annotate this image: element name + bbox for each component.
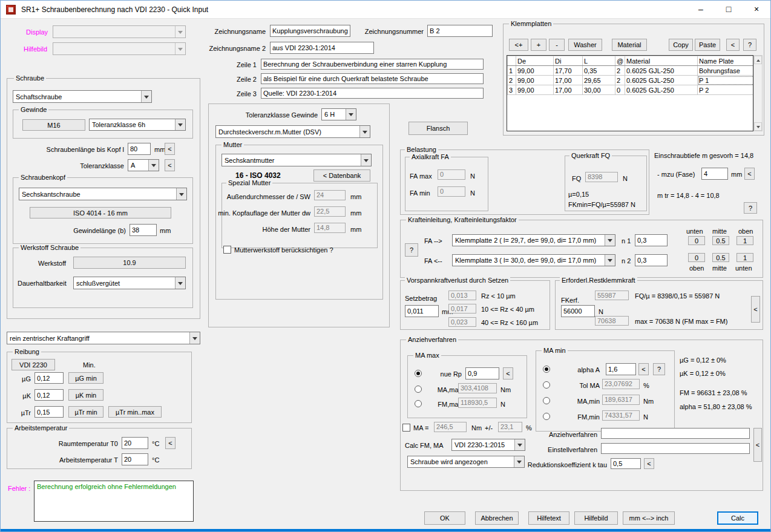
table-cell[interactable]: 0.6025 GJL-250 [625, 76, 698, 85]
mzu-input[interactable] [701, 168, 728, 180]
column-header-l[interactable]: L [583, 56, 615, 66]
table-cell[interactable]: 17,70 [554, 66, 583, 76]
table-cell[interactable]: 99,00 [516, 66, 554, 76]
nue-rp-pick-button[interactable]: < [503, 367, 513, 379]
alpha-a-pick-button[interactable]: < [638, 363, 649, 375]
ma-override-checkbox[interactable] [402, 424, 410, 432]
close-icon[interactable]: × [743, 1, 770, 19]
table-cell[interactable]: P 2 [698, 85, 754, 95]
n2-preset-05-button[interactable]: 0.5 [712, 253, 729, 262]
zeile2-input[interactable] [261, 73, 484, 84]
copy-button[interactable]: Copy [669, 39, 693, 51]
gewinde-size-button[interactable]: M16 [22, 119, 85, 131]
table-cell[interactable]: 99,00 [516, 76, 554, 85]
table-cell[interactable]: 2 [508, 76, 516, 85]
fm-min-radio[interactable] [543, 413, 550, 420]
schraubenkopf-combo[interactable]: Sechskantschraube [19, 188, 187, 200]
material-button[interactable]: Material [612, 39, 647, 51]
einschraubtiefe-help-button[interactable]: ? [744, 202, 757, 214]
table-cell[interactable]: 29,65 [583, 76, 615, 85]
krafteinleitung-help-button[interactable]: ? [405, 243, 418, 257]
table-cell[interactable]: 30,00 [583, 85, 615, 95]
fa-out-combo[interactable]: Klemmplatte 3 ( l= 30,0, de= 99,0, di= 1… [452, 254, 615, 266]
schraubenlaenge-pick-button[interactable]: < [165, 143, 175, 155]
column-header-material[interactable]: Material [625, 56, 698, 66]
einstellverfahren-input[interactable] [601, 443, 750, 454]
table-scrollbar[interactable] [753, 55, 763, 131]
table-cell[interactable]: 0,35 [583, 66, 615, 76]
table-cell[interactable]: 2 [615, 76, 625, 85]
table-cell-selected[interactable]: P 1 [698, 76, 754, 85]
washer-button[interactable]: Washer [568, 39, 602, 51]
column-header[interactable] [508, 56, 516, 66]
plate-back-button[interactable]: < [726, 39, 740, 51]
verschraubungsart-combo[interactable]: Durchsteckverschr.m.Mutter (DSV) [215, 125, 370, 138]
scroll-up-icon[interactable] [754, 56, 762, 64]
table-cell[interactable]: 3 [508, 85, 516, 95]
cancel-button[interactable]: Abbrechen [475, 511, 519, 525]
muk-min-button[interactable]: µK min [68, 389, 103, 401]
calc-button[interactable]: Calc [717, 511, 758, 525]
zeile1-input[interactable] [261, 59, 484, 70]
toleranzklasse-pick-button[interactable]: < [165, 159, 175, 171]
mutr-input[interactable] [34, 406, 64, 418]
hilfebild-button[interactable]: Hilfebild [574, 511, 618, 525]
werkstoff-value-button[interactable]: 10.9 [73, 257, 186, 269]
ok-button[interactable]: OK [424, 511, 465, 525]
minimize-icon[interactable]: – [687, 1, 715, 19]
table-cell[interactable]: 0.6025 GJL-250 [625, 85, 698, 95]
iso-norm-button[interactable]: ISO 4014 - 16 mm [30, 207, 171, 218]
fa-in-combo[interactable]: Klemmplatte 2 ( l= 29,7, de= 99,0, di= 1… [452, 234, 615, 246]
hilfetext-button[interactable]: Hilfetext [528, 511, 569, 525]
schraubenlaenge-input[interactable] [128, 143, 151, 155]
mutr-min-max-button[interactable]: µTr min..max [108, 406, 162, 418]
column-header-di[interactable]: Di [554, 56, 583, 66]
fkerf-input[interactable] [561, 305, 595, 317]
fkerf-pick-button[interactable]: < [751, 296, 760, 323]
mug-input[interactable] [34, 372, 64, 384]
gewinde-toleranz-combo[interactable]: Toleranzklasse 6h [89, 119, 186, 131]
plate-insert-button[interactable]: <+ [509, 39, 528, 51]
table-cell[interactable]: 1 [508, 66, 516, 76]
scroll-down-icon[interactable] [754, 122, 762, 131]
mutr-min-button[interactable]: µTr min [68, 406, 103, 418]
gewindelaenge-input[interactable] [130, 224, 157, 236]
alpha-a-radio[interactable] [543, 366, 550, 373]
raumtemperatur-pick-button[interactable]: < [165, 437, 176, 449]
plate-add-button[interactable]: + [531, 39, 546, 51]
ma-max-radio[interactable] [415, 386, 422, 393]
n1-preset-0-button[interactable]: 0 [688, 236, 705, 245]
mutterwerkstoff-checkbox[interactable] [223, 246, 231, 254]
anziehverfahren-input[interactable] [601, 428, 750, 439]
table-cell[interactable]: 99,00 [516, 85, 554, 95]
maximize-icon[interactable]: □ [715, 1, 743, 19]
dauerhaltbarkeit-combo[interactable]: schlußvergütet [73, 277, 186, 289]
n2-preset-0-button[interactable]: 0 [688, 253, 705, 262]
plate-remove-button[interactable]: - [549, 39, 565, 51]
vdi-2230-button[interactable]: VDI 2230 [11, 359, 55, 370]
n2-input[interactable] [635, 254, 668, 266]
flansch-button[interactable]: Flansch [408, 122, 468, 135]
mzu-pick-button[interactable]: < [744, 168, 755, 180]
table-cell[interactable]: Bohrungsfase [698, 66, 754, 76]
alpha-a-input[interactable] [606, 363, 636, 375]
anzieh-pick-button[interactable]: < [753, 428, 762, 462]
kraftangriff-combo[interactable]: rein zentrischer Kraftangriff [7, 332, 200, 344]
nue-rp-radio[interactable] [415, 370, 422, 377]
n1-preset-1-button[interactable]: 1 [737, 236, 753, 245]
alpha-a-help-button[interactable]: ? [653, 363, 665, 375]
mutter-type-combo[interactable]: Sechskantmutter [221, 154, 372, 166]
column-header-at[interactable]: @ [615, 56, 625, 66]
datenbank-button[interactable]: < Datenbank [313, 169, 370, 182]
reduktion-input[interactable] [611, 458, 641, 469]
tol-ma-radio[interactable] [543, 381, 550, 389]
raumtemperatur-input[interactable] [122, 437, 148, 449]
calc-fm-combo[interactable]: VDI 2230-1:2015 [451, 439, 525, 451]
column-header-de[interactable]: De [516, 56, 554, 66]
column-header-nameplate[interactable]: Name Plate [698, 56, 754, 66]
fm-max-radio[interactable] [415, 400, 422, 407]
muk-input[interactable] [34, 389, 64, 401]
anzug-combo[interactable]: Schraube wird angezogen [407, 456, 525, 468]
table-cell[interactable]: 2 [615, 66, 625, 76]
n2-preset-1-button[interactable]: 1 [737, 253, 753, 262]
